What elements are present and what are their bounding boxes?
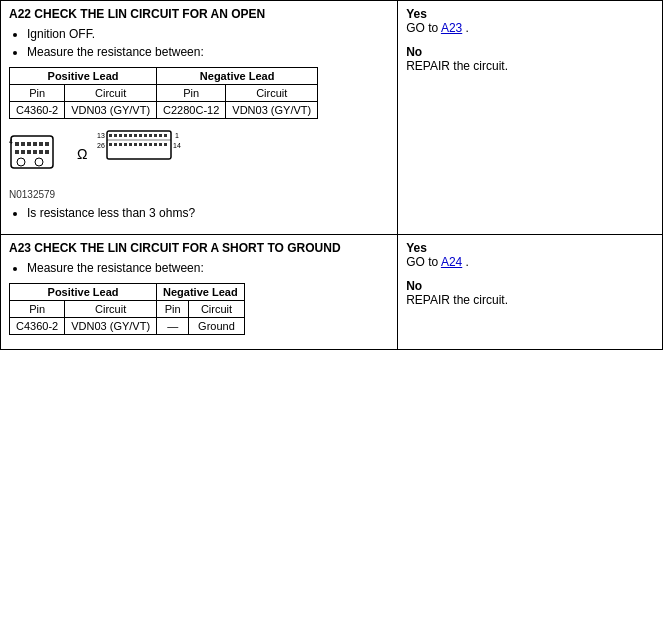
question-bullet: Is resistance less than 3 ohms? xyxy=(27,206,389,220)
svg-rect-26 xyxy=(134,134,137,137)
svg-rect-21 xyxy=(109,134,112,137)
circuit-header-1: Circuit xyxy=(65,85,157,102)
yes-text-a23: GO to xyxy=(406,255,438,269)
svg-rect-33 xyxy=(109,143,112,146)
svg-rect-28 xyxy=(144,134,147,137)
svg-rect-42 xyxy=(154,143,157,146)
svg-rect-23 xyxy=(119,134,122,137)
svg-rect-37 xyxy=(129,143,132,146)
pos-circuit: VDN03 (GY/VT) xyxy=(65,102,157,119)
bullet-measure-resistance-a23: Measure the resistance between: xyxy=(27,261,389,275)
svg-rect-11 xyxy=(39,150,43,154)
yes-label-a22: Yes xyxy=(406,7,427,21)
connector-right-svg: 13 26 1 14 xyxy=(95,129,185,179)
svg-rect-34 xyxy=(114,143,117,146)
section-a23-right: Yes GO to A24 . No REPAIR the circuit. xyxy=(398,235,663,350)
svg-text:26: 26 xyxy=(97,142,105,149)
no-label-a22: No xyxy=(406,45,422,59)
a23-pin-header-1: Pin xyxy=(10,301,65,318)
svg-rect-10 xyxy=(33,150,37,154)
a23-positive-lead-header: Positive Lead xyxy=(10,284,157,301)
svg-point-15 xyxy=(35,158,43,166)
yes-period-a22: . xyxy=(466,21,469,35)
circuit-header-2: Circuit xyxy=(226,85,318,102)
diagnostic-table: A22 CHECK THE LIN CIRCUIT FOR AN OPEN Ig… xyxy=(0,0,663,350)
section-a23-title: A23 CHECK THE LIN CIRCUIT FOR A SHORT TO… xyxy=(9,241,389,255)
question-a22: Is resistance less than 3 ohms? xyxy=(9,206,389,220)
section-a23-left: A23 CHECK THE LIN CIRCUIT FOR A SHORT TO… xyxy=(1,235,398,350)
svg-rect-22 xyxy=(114,134,117,137)
svg-rect-27 xyxy=(139,134,142,137)
a23-header-row: Positive Lead Negative Lead xyxy=(10,284,245,301)
no-label-a23: No xyxy=(406,279,422,293)
bullet-ignition-off: Ignition OFF. xyxy=(27,27,389,41)
no-block-a23: No REPAIR the circuit. xyxy=(406,279,654,307)
a23-table-row: C4360-2 VDN03 (GY/VT) — Ground xyxy=(10,318,245,335)
a23-pos-circuit: VDN03 (GY/VT) xyxy=(65,318,157,335)
yes-block-a23: Yes GO to A24 . xyxy=(406,241,654,269)
neg-pin: C2280C-12 xyxy=(157,102,226,119)
svg-rect-12 xyxy=(45,150,49,154)
svg-rect-40 xyxy=(144,143,147,146)
svg-rect-32 xyxy=(164,134,167,137)
yes-text-a22: GO to xyxy=(406,21,438,35)
section-a22-title: A22 CHECK THE LIN CIRCUIT FOR AN OPEN xyxy=(9,7,389,21)
svg-rect-4 xyxy=(33,142,37,146)
svg-rect-5 xyxy=(39,142,43,146)
section-a23-bullets: Measure the resistance between: xyxy=(9,261,389,275)
a23-neg-circuit: Ground xyxy=(189,318,244,335)
svg-text:4: 4 xyxy=(9,138,13,145)
svg-rect-1 xyxy=(15,142,19,146)
section-a22-right: Yes GO to A23 . No REPAIR the circuit. xyxy=(398,1,663,235)
negative-lead-header: Negative Lead xyxy=(157,68,318,85)
a23-negative-lead-header: Negative Lead xyxy=(157,284,245,301)
a23-pos-pin: C4360-2 xyxy=(10,318,65,335)
bullet-measure-resistance: Measure the resistance between: xyxy=(27,45,389,59)
no-text-a22: REPAIR the circuit. xyxy=(406,59,508,73)
svg-rect-2 xyxy=(21,142,25,146)
yes-period-a23: . xyxy=(466,255,469,269)
svg-point-14 xyxy=(17,158,25,166)
section-a22-row: A22 CHECK THE LIN CIRCUIT FOR AN OPEN Ig… xyxy=(1,1,663,235)
section-a23-row: A23 CHECK THE LIN CIRCUIT FOR A SHORT TO… xyxy=(1,235,663,350)
a22-resistance-table: Positive Lead Negative Lead Pin Circuit … xyxy=(9,67,318,119)
svg-rect-39 xyxy=(139,143,142,146)
connector-left-svg: 4 xyxy=(9,132,69,176)
svg-text:1: 1 xyxy=(175,132,179,139)
section-a22-bullets: Ignition OFF. Measure the resistance bet… xyxy=(9,27,389,59)
pin-header-1: Pin xyxy=(10,85,65,102)
figure-caption-a22: N0132579 xyxy=(9,189,389,200)
neg-circuit: VDN03 (GY/VT) xyxy=(226,102,318,119)
a23-circuit-header-1: Circuit xyxy=(65,301,157,318)
positive-lead-header: Positive Lead xyxy=(10,68,157,85)
yes-label-a23: Yes xyxy=(406,241,427,255)
a23-neg-pin: — xyxy=(157,318,189,335)
svg-rect-9 xyxy=(27,150,31,154)
svg-rect-44 xyxy=(164,143,167,146)
yes-link-a23[interactable]: A24 xyxy=(441,255,462,269)
a23-circuit-header-2: Circuit xyxy=(189,301,244,318)
pin-header-2: Pin xyxy=(157,85,226,102)
svg-rect-30 xyxy=(154,134,157,137)
svg-rect-25 xyxy=(129,134,132,137)
a23-resistance-table: Positive Lead Negative Lead Pin Circuit … xyxy=(9,283,245,335)
svg-text:13: 13 xyxy=(97,132,105,139)
svg-rect-6 xyxy=(45,142,49,146)
svg-rect-41 xyxy=(149,143,152,146)
table-subheader-row: Pin Circuit Pin Circuit xyxy=(10,85,318,102)
pos-pin: C4360-2 xyxy=(10,102,65,119)
svg-rect-38 xyxy=(134,143,137,146)
table-row: C4360-2 VDN03 (GY/VT) C2280C-12 VDN03 (G… xyxy=(10,102,318,119)
yes-link-a22[interactable]: A23 xyxy=(441,21,462,35)
ohm-symbol: Ω xyxy=(77,146,87,162)
svg-rect-29 xyxy=(149,134,152,137)
section-a22-left: A22 CHECK THE LIN CIRCUIT FOR AN OPEN Ig… xyxy=(1,1,398,235)
svg-text:14: 14 xyxy=(173,142,181,149)
a23-subheader-row: Pin Circuit Pin Circuit xyxy=(10,301,245,318)
svg-rect-35 xyxy=(119,143,122,146)
a23-pin-header-2: Pin xyxy=(157,301,189,318)
svg-rect-7 xyxy=(15,150,19,154)
connector-diagram: 4 Ω 13 26 1 14 xyxy=(9,129,389,179)
yes-block-a22: Yes GO to A23 . xyxy=(406,7,654,35)
svg-rect-24 xyxy=(124,134,127,137)
